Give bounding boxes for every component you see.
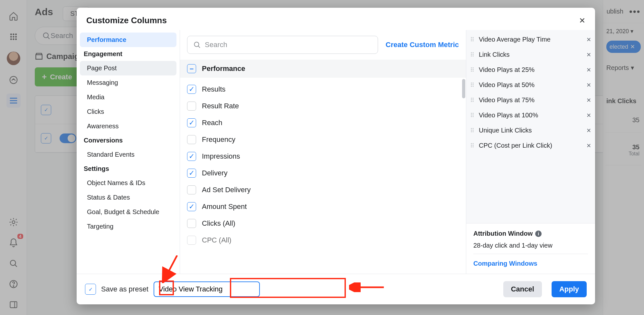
metric-checkbox[interactable]: [187, 185, 196, 194]
metric-label: Result Rate: [202, 102, 239, 110]
cancel-button[interactable]: Cancel: [503, 281, 542, 297]
save-preset-checkbox[interactable]: ✓: [85, 284, 96, 295]
selected-column-row[interactable]: ⠿CPC (Cost per Link Click)✕: [468, 138, 594, 153]
drag-handle-icon[interactable]: ⠿: [470, 97, 475, 104]
category-item[interactable]: Goal, Budget & Schedule: [80, 205, 176, 219]
metric-option[interactable]: ✓Reach: [187, 114, 466, 131]
metric-checkbox[interactable]: ✓: [187, 202, 196, 211]
selected-column-row[interactable]: ⠿Video Plays at 50%✕: [468, 77, 594, 93]
metric-group-header[interactable]: – Performance: [180, 60, 466, 78]
metric-label: Amount Spent: [202, 202, 247, 211]
metric-option[interactable]: Ad Set Delivery: [187, 182, 466, 198]
category-sidebar: PerformanceEngagementPage PostMessagingM…: [77, 30, 180, 274]
save-preset-label: Save as preset: [101, 285, 148, 293]
drag-handle-icon[interactable]: ⠿: [470, 66, 475, 74]
info-icon[interactable]: i: [535, 231, 542, 237]
drag-handle-icon[interactable]: ⠿: [470, 142, 475, 149]
category-item[interactable]: Media: [80, 90, 176, 104]
drag-handle-icon[interactable]: ⠿: [470, 51, 475, 58]
remove-column-icon[interactable]: ✕: [586, 112, 591, 119]
metric-option[interactable]: ✓Results: [187, 81, 466, 98]
metric-label: Delivery: [202, 169, 227, 177]
metric-option[interactable]: Result Rate: [187, 98, 466, 114]
metric-label: Impressions: [202, 152, 240, 161]
category-item[interactable]: Performance: [80, 33, 176, 47]
category-group: Engagement: [80, 47, 176, 61]
remove-column-icon[interactable]: ✕: [586, 66, 591, 74]
remove-column-icon[interactable]: ✕: [586, 82, 591, 89]
close-icon[interactable]: ✕: [579, 16, 585, 25]
metric-option[interactable]: Clicks (All): [187, 215, 466, 232]
metric-label: Clicks (All): [202, 219, 235, 228]
metric-label: Ad Set Delivery: [202, 186, 251, 194]
drag-handle-icon[interactable]: ⠿: [470, 82, 475, 89]
metric-checkbox[interactable]: [187, 219, 196, 228]
remove-column-icon[interactable]: ✕: [586, 97, 591, 104]
remove-column-icon[interactable]: ✕: [586, 51, 591, 58]
selected-columns-panel: ⠿Video Average Play Time✕⠿Link Clicks✕⠿V…: [466, 30, 595, 274]
metric-checkbox[interactable]: ✓: [187, 118, 196, 127]
metric-checkbox[interactable]: [187, 102, 196, 111]
metric-label: Results: [202, 85, 225, 94]
metric-label: Frequency: [202, 135, 235, 144]
selected-column-label: Video Plays at 75%: [479, 96, 535, 104]
metric-option[interactable]: ✓Delivery: [187, 165, 466, 182]
selected-column-row[interactable]: ⠿Link Clicks✕: [468, 47, 594, 62]
category-item[interactable]: Standard Events: [80, 147, 176, 162]
metric-search-input[interactable]: Search: [187, 36, 378, 54]
metric-checkbox[interactable]: [187, 236, 196, 245]
attribution-title: Attribution Window: [473, 230, 533, 237]
drag-handle-icon[interactable]: ⠿: [470, 112, 475, 119]
apply-button[interactable]: Apply: [552, 281, 587, 297]
metric-option[interactable]: Frequency: [187, 131, 466, 148]
modal-title: Customize Columns: [86, 15, 167, 25]
modal-footer: ✓ Save as preset Cancel Apply: [77, 274, 595, 304]
selected-column-label: Video Plays at 100%: [479, 112, 538, 119]
metric-option[interactable]: ✓Amount Spent: [187, 198, 466, 215]
category-item[interactable]: Object Names & IDs: [80, 176, 176, 190]
attribution-section: Attribution Windowi 28-day click and 1-d…: [466, 223, 595, 274]
category-item[interactable]: Targeting: [80, 219, 176, 234]
category-item[interactable]: Status & Dates: [80, 190, 176, 205]
category-item[interactable]: Page Post: [80, 61, 176, 75]
metric-checkbox[interactable]: ✓: [187, 85, 196, 94]
metric-option[interactable]: CPC (All): [187, 232, 466, 249]
metrics-panel: Search Create Custom Metric – Performanc…: [180, 30, 466, 274]
selected-column-row[interactable]: ⠿Video Average Play Time✕: [468, 32, 594, 47]
metrics-list: ✓ResultsResult Rate✓ReachFrequency✓Impre…: [180, 78, 466, 274]
scrollbar-thumb[interactable]: [462, 79, 465, 98]
metric-checkbox[interactable]: ✓: [187, 152, 196, 161]
customize-columns-modal: Customize Columns ✕ PerformanceEngagemen…: [77, 8, 595, 304]
preset-name-input[interactable]: [154, 281, 260, 297]
category-item[interactable]: Clicks: [80, 104, 176, 119]
selected-column-label: Video Plays at 50%: [479, 81, 535, 89]
metric-checkbox[interactable]: [187, 135, 196, 144]
drag-handle-icon[interactable]: ⠿: [470, 36, 475, 43]
metric-label: CPC (All): [202, 236, 232, 244]
selected-column-row[interactable]: ⠿Unique Link Clicks✕: [468, 123, 594, 138]
selected-column-label: Video Average Play Time: [479, 36, 551, 43]
category-group: Settings: [80, 162, 176, 176]
selected-column-row[interactable]: ⠿Video Plays at 25%✕: [468, 62, 594, 77]
create-custom-metric-link[interactable]: Create Custom Metric: [386, 41, 459, 49]
metric-checkbox[interactable]: ✓: [187, 169, 196, 178]
search-placeholder: Search: [205, 41, 227, 49]
attribution-value: 28-day click and 1-day view: [473, 242, 588, 249]
selected-column-label: Link Clicks: [479, 51, 510, 58]
selected-column-row[interactable]: ⠿Video Plays at 75%✕: [468, 93, 594, 108]
selected-column-row[interactable]: ⠿Video Plays at 100%✕: [468, 108, 594, 123]
group-label: Performance: [202, 64, 245, 73]
remove-column-icon[interactable]: ✕: [586, 142, 591, 149]
metric-label: Reach: [202, 119, 223, 127]
selected-column-label: Unique Link Clicks: [479, 127, 532, 134]
metric-option[interactable]: ✓Impressions: [187, 148, 466, 165]
svg-point-17: [194, 42, 199, 47]
category-group: Conversions: [80, 133, 176, 147]
category-item[interactable]: Messaging: [80, 75, 176, 90]
category-item[interactable]: Awareness: [80, 119, 176, 133]
remove-column-icon[interactable]: ✕: [586, 36, 591, 43]
remove-column-icon[interactable]: ✕: [586, 127, 591, 134]
comparing-windows-link[interactable]: Comparing Windows: [473, 254, 588, 267]
indeterminate-checkbox[interactable]: –: [187, 64, 196, 73]
drag-handle-icon[interactable]: ⠿: [470, 127, 475, 134]
